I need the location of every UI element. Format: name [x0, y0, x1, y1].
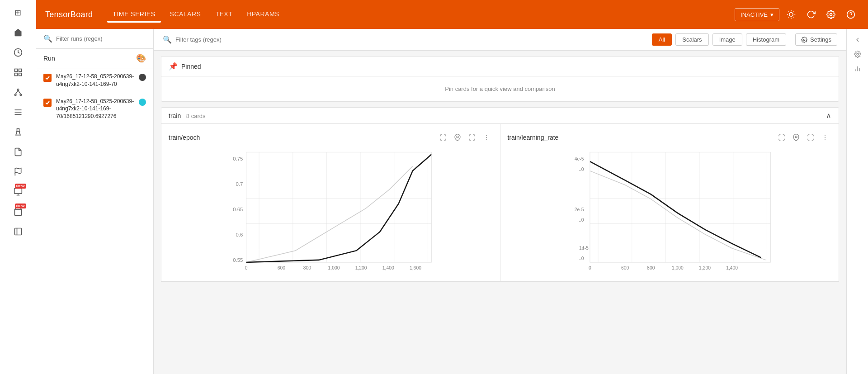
pin-icon: 📌	[169, 62, 178, 71]
train-count: 8 cards	[186, 113, 206, 119]
model-icon[interactable]: NEW	[9, 183, 27, 201]
fit-axes-btn-epoch[interactable]	[437, 131, 449, 144]
network-icon[interactable]	[9, 83, 27, 101]
run-item-1[interactable]: May26_17-12-58_0525-200639-u4ng7xk2-10-1…	[36, 68, 153, 93]
svg-point-49	[795, 136, 797, 138]
svg-rect-4	[19, 73, 21, 76]
filter-image-btn[interactable]: Image	[712, 33, 742, 46]
tags-search-input[interactable]	[175, 36, 266, 43]
chart-card-epoch: train/epoch	[161, 124, 500, 281]
fit-axes-btn-lr[interactable]	[775, 131, 788, 144]
svg-rect-2	[19, 69, 21, 72]
svg-point-7	[20, 94, 21, 95]
more-btn-epoch[interactable]: ⋮	[480, 131, 493, 144]
runs-search-input[interactable]	[56, 35, 146, 42]
run-checkbox-2[interactable]	[43, 99, 52, 107]
run-name-2: May26_17-12-58_0525-200639-u4ng7xk2-10-1…	[56, 98, 134, 120]
run-checkbox-1[interactable]	[43, 74, 52, 82]
svg-text:...0: ...0	[577, 218, 584, 223]
brand-logo: TensorBoard	[45, 10, 93, 19]
svg-text:0.55: 0.55	[233, 257, 243, 263]
chart-area-lr: 4e-5 ...0 2e-5 ...0 l 1e-5 ...0	[508, 147, 832, 274]
help-icon[interactable]	[843, 6, 859, 23]
chart-area-epoch: 0.75 0.7 0.65 0.6 0.55	[169, 147, 493, 274]
svg-line-25	[793, 17, 794, 17]
panel-icon[interactable]	[9, 223, 27, 241]
svg-text:0: 0	[589, 265, 591, 270]
svg-text:0.65: 0.65	[233, 207, 243, 212]
more-btn-lr[interactable]: ⋮	[819, 131, 831, 144]
flag-icon[interactable]	[9, 163, 27, 181]
chart-card-epoch-header: train/epoch	[169, 131, 493, 144]
svg-rect-1	[14, 69, 17, 72]
svg-rect-40	[246, 152, 432, 262]
refresh-icon[interactable]	[803, 6, 819, 23]
inactive-label: INACTIVE	[741, 11, 768, 18]
settings-btn-icon	[801, 37, 807, 43]
pinned-empty-message: Pin cards for a quick view and compariso…	[161, 76, 839, 101]
dashboard-icon[interactable]	[9, 63, 27, 81]
plugin-icon[interactable]	[9, 143, 27, 161]
collapse-btn[interactable]: ∧	[826, 111, 831, 120]
chart-card-lr: train/learning_rate	[500, 124, 839, 281]
svg-point-34	[457, 136, 458, 138]
filter-right: All Scalars Image Histogram Settings	[652, 33, 837, 46]
filter-scalars-btn[interactable]: Scalars	[675, 33, 708, 46]
flask-icon[interactable]	[9, 123, 27, 141]
svg-text:1,400: 1,400	[382, 265, 394, 270]
filter-left: 🔍	[163, 35, 266, 44]
nav-scalars[interactable]: SCALARS	[165, 7, 207, 23]
expand-btn-epoch[interactable]	[466, 131, 478, 144]
pin-btn-lr[interactable]	[790, 131, 802, 144]
runs-search-icon: 🔍	[43, 34, 52, 43]
chart-lr-actions: ⋮	[775, 131, 831, 144]
left-sidebar: ⊞ NEW NEW	[0, 0, 36, 374]
inactive-dropdown[interactable]: INACTIVE ▾	[735, 8, 779, 21]
pin-btn-epoch[interactable]	[451, 131, 464, 144]
chart-right-icon[interactable]	[850, 62, 865, 76]
svg-text:1e-5: 1e-5	[579, 246, 589, 251]
nav-hparams[interactable]: HPARAMS	[241, 7, 285, 23]
filter-all-btn[interactable]: All	[652, 33, 672, 46]
svg-point-6	[14, 94, 16, 95]
expand-btn-lr[interactable]	[804, 131, 817, 144]
svg-text:0.6: 0.6	[236, 232, 243, 237]
chart-lr-title: train/learning_rate	[508, 134, 559, 141]
svg-point-5	[17, 89, 19, 90]
settings-button[interactable]: Settings	[795, 33, 837, 46]
pinned-section: 📌 Pinned Pin cards for a quick view and …	[161, 56, 839, 102]
chart-svg-epoch: 0.75 0.7 0.65 0.6 0.55	[169, 147, 493, 274]
nav-time-series[interactable]: TIME SERIES	[107, 7, 160, 23]
expand-right-icon[interactable]	[850, 33, 865, 47]
svg-text:0.75: 0.75	[233, 156, 243, 161]
svg-rect-15	[14, 189, 22, 194]
grid-icon[interactable]: ⊞	[9, 4, 27, 22]
layers-icon[interactable]	[9, 24, 27, 42]
svg-text:...0: ...0	[577, 167, 584, 172]
store-icon[interactable]: NEW	[9, 203, 27, 221]
train-section: train 8 cards ∧ train/epoch	[161, 107, 839, 282]
settings-icon[interactable]	[823, 6, 839, 23]
train-title: train	[169, 112, 181, 119]
runs-search-box: 🔍	[36, 29, 153, 49]
svg-text:600: 600	[278, 265, 286, 270]
svg-text:1,000: 1,000	[671, 265, 683, 270]
svg-text:600: 600	[621, 265, 629, 270]
clock-icon[interactable]	[9, 43, 27, 62]
filter-histogram-btn[interactable]: Histogram	[746, 33, 786, 46]
content-area: 🔍 Run 🎨 May26_17-12-58_0525-200639-u4ng7…	[36, 29, 868, 374]
brightness-icon[interactable]	[783, 6, 799, 23]
svg-point-65	[857, 53, 859, 55]
run-item-2[interactable]: May26_17-12-58_0525-200639-u4ng7xk2-10-1…	[36, 93, 153, 125]
run-color-dot-1	[139, 74, 146, 81]
color-palette-icon[interactable]: 🎨	[136, 53, 146, 63]
right-panel: 🔍 All Scalars Image Histogram Settings	[154, 29, 846, 374]
svg-text:2e-5: 2e-5	[574, 207, 584, 212]
run-header-label: Run	[43, 55, 55, 62]
list-icon[interactable]	[9, 103, 27, 121]
svg-text:0: 0	[245, 265, 248, 270]
svg-line-9	[18, 90, 21, 94]
settings-right-icon[interactable]	[850, 47, 865, 62]
left-panel: 🔍 Run 🎨 May26_17-12-58_0525-200639-u4ng7…	[36, 29, 154, 374]
nav-text[interactable]: TEXT	[210, 7, 238, 23]
